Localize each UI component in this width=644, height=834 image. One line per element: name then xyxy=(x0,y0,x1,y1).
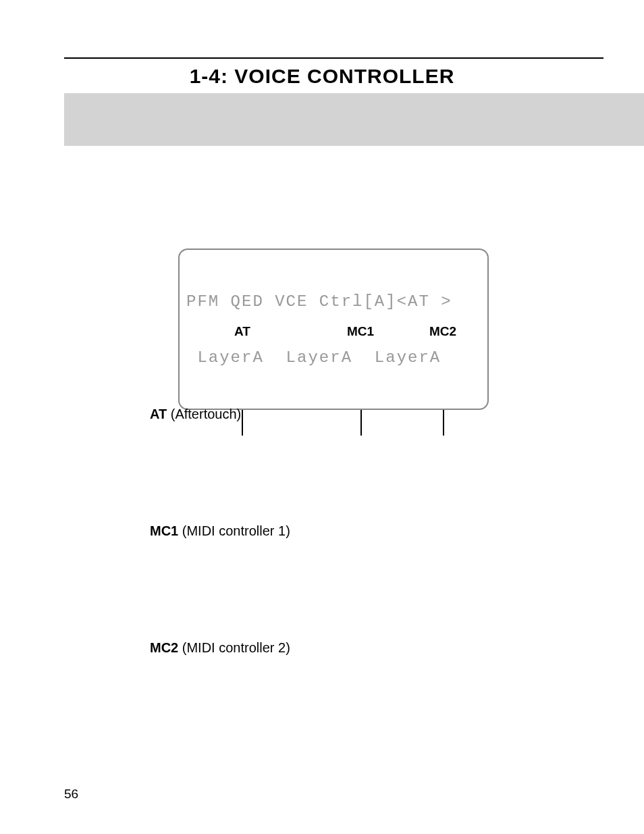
callout-label-at: AT xyxy=(234,324,250,339)
callout-line-mc1 xyxy=(360,410,362,436)
param-mc1: MC1 (MIDI controller 1) xyxy=(150,523,290,539)
page-number: 56 xyxy=(64,787,78,802)
lcd-line-2: LayerA LayerA LayerA xyxy=(186,348,481,367)
param-at-abbr: AT xyxy=(150,407,167,421)
page-title: 1-4: VOICE CONTROLLER xyxy=(0,65,644,88)
top-rule xyxy=(64,57,603,59)
param-at: AT (Aftertouch) xyxy=(150,407,241,422)
callout-label-mc1: MC1 xyxy=(347,324,374,339)
param-mc1-name: (MIDI controller 1) xyxy=(178,523,290,538)
param-at-name: (Aftertouch) xyxy=(167,407,241,421)
section-bar xyxy=(64,93,644,146)
param-mc2-name: (MIDI controller 2) xyxy=(178,640,290,655)
lcd-line-1: PFM QED VCE Ctrl[A]<AT > xyxy=(186,292,481,311)
callout-line-at xyxy=(242,410,243,436)
param-mc2: MC2 (MIDI controller 2) xyxy=(150,640,290,656)
callout-line-mc2 xyxy=(443,410,444,436)
param-mc2-abbr: MC2 xyxy=(150,640,178,655)
param-mc1-abbr: MC1 xyxy=(150,523,178,538)
callout-label-mc2: MC2 xyxy=(429,324,456,339)
